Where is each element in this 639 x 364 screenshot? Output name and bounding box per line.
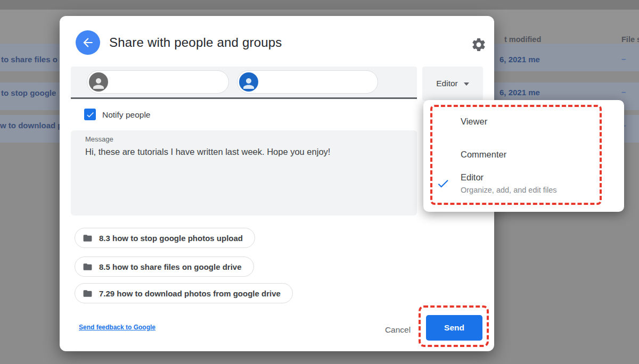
shared-item-chip: 8.5 how to share files on google drive xyxy=(75,257,254,277)
menu-item-label: Viewer xyxy=(461,117,487,127)
folder-icon xyxy=(83,233,93,243)
notify-people-checkbox[interactable] xyxy=(84,109,96,120)
checkbox-check-icon xyxy=(86,110,95,119)
file-modified-date: 6, 2021 me xyxy=(499,55,540,64)
menu-item-editor[interactable]: Editor Organize, add, and edit files xyxy=(423,171,624,201)
folder-icon xyxy=(83,262,93,272)
recipient-chip[interactable] xyxy=(87,70,229,94)
file-size-dash: – xyxy=(621,54,626,63)
notify-people-label: Notify people xyxy=(102,110,150,120)
cancel-button[interactable]: Cancel xyxy=(376,322,419,338)
folder-icon xyxy=(83,288,93,299)
menu-item-label: Editor xyxy=(461,172,484,183)
check-icon xyxy=(436,177,450,191)
shared-item-name: 7.29 how to download photos from google … xyxy=(99,289,281,298)
message-input[interactable]: Message Hi, these are tutorials I have w… xyxy=(71,130,417,216)
person-avatar-icon xyxy=(89,72,108,92)
permission-menu: Viewer Commenter Editor Organize, add, a… xyxy=(423,100,624,212)
chevron-down-icon xyxy=(464,82,469,86)
shared-item-chip: 8.3 how to stop google photos upload xyxy=(75,228,255,248)
background-toolbar xyxy=(0,0,639,10)
recipient-chip[interactable] xyxy=(237,70,378,94)
recipients-input[interactable] xyxy=(71,67,417,99)
column-file-size: File s xyxy=(621,35,639,44)
menu-item-commenter[interactable]: Commenter xyxy=(423,146,624,165)
send-feedback-link[interactable]: Send feedback to Google xyxy=(79,324,155,331)
back-button[interactable] xyxy=(76,30,100,55)
screenshot-stage: t modified File s to share files o to st… xyxy=(0,0,639,364)
menu-item-description: Organize, add, and edit files xyxy=(461,186,557,194)
shared-item-chip: 7.29 how to download photos from google … xyxy=(75,283,293,303)
permission-dropdown-button[interactable]: Editor xyxy=(422,67,483,101)
back-arrow-icon xyxy=(81,36,95,49)
dialog-title: Share with people and groups xyxy=(109,35,282,50)
file-name: to stop google xyxy=(1,88,56,97)
gear-icon xyxy=(471,37,487,53)
file-name: w to download p xyxy=(0,121,62,130)
menu-item-label: Commenter xyxy=(461,150,506,160)
message-field-value: Hi, these are tutorials I have written l… xyxy=(85,146,405,158)
message-field-label: Message xyxy=(85,135,113,143)
shared-item-name: 8.3 how to stop google photos upload xyxy=(99,234,243,243)
share-settings-button[interactable] xyxy=(469,35,488,54)
shared-item-name: 8.5 how to share files on google drive xyxy=(99,262,242,271)
person-avatar-icon xyxy=(239,72,258,92)
file-size-dash: – xyxy=(621,87,626,96)
column-last-modified: t modified xyxy=(504,35,541,44)
file-modified-date: 6, 2021 me xyxy=(499,88,540,97)
permission-dropdown-label: Editor xyxy=(436,79,458,88)
menu-item-viewer[interactable]: Viewer xyxy=(423,113,624,132)
file-name: to share files o xyxy=(1,55,58,64)
send-button[interactable]: Send xyxy=(426,315,482,341)
